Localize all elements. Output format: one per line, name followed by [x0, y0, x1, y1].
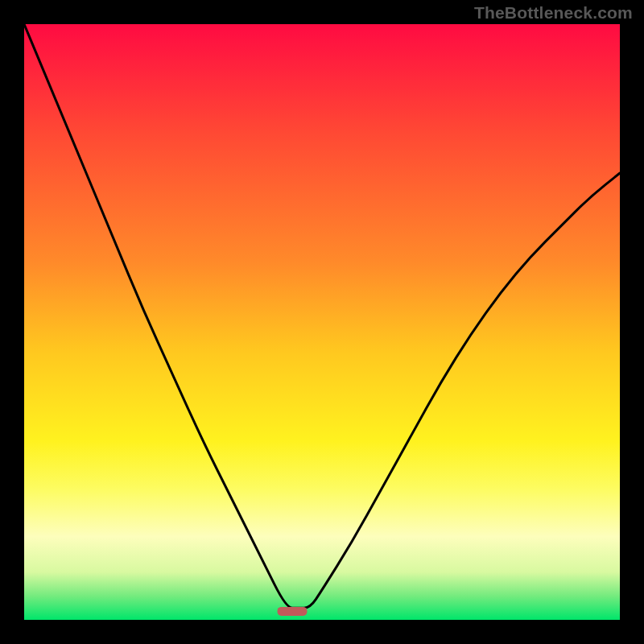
chart-svg-layer: [24, 24, 620, 620]
chart-plot-area: [24, 24, 620, 620]
chart-curve: [24, 24, 620, 608]
attribution-text: TheBottleneck.com: [474, 3, 633, 23]
chart-stage: TheBottleneck.com: [0, 0, 644, 644]
chart-min-marker: [278, 607, 308, 616]
